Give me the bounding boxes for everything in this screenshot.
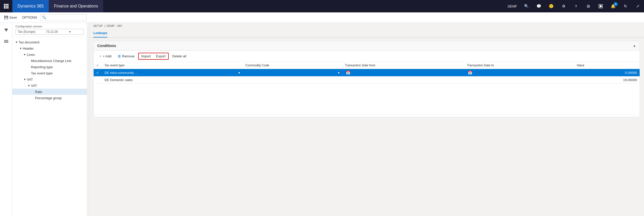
office-button[interactable] — [594, 0, 607, 12]
tree-item-vat-child[interactable]: ▼ VAT — [12, 82, 87, 89]
collapse-icon: ▲ — [633, 44, 636, 48]
help-button[interactable]: ? — [570, 0, 582, 12]
d365-label[interactable]: Dynamics 365 — [12, 0, 49, 12]
config-version-label: Configuration version — [15, 25, 84, 28]
row2-date-from-cell[interactable] — [342, 76, 464, 84]
row1-checkmark: ✓ — [96, 71, 99, 75]
row2-tax-event-value: DE Domestic sales — [104, 78, 133, 82]
save-icon: 💾 — [4, 16, 8, 19]
tree-item-tax-document[interactable]: ▼ Tax document — [12, 39, 87, 45]
conditions-table-wrapper: ✓ Tax event type Commodity Code Transact… — [94, 62, 640, 117]
chat-button[interactable]: 💬 — [533, 0, 545, 12]
conditions-toolbar: + + Add 🗑 Remove Import Export Delete — [94, 51, 640, 62]
fullscreen-button[interactable]: ⤢ — [632, 0, 644, 12]
label-lines: Lines — [27, 53, 35, 57]
row2-date-to-cell[interactable] — [464, 76, 574, 84]
toolbar-search[interactable]: 🔍 — [40, 14, 87, 21]
tree-item-reporting-type[interactable]: Reporting type — [12, 64, 87, 70]
row1-date-to[interactable]: 📅 — [467, 71, 571, 75]
row2-value-cell[interactable]: 19.00000 — [574, 76, 640, 84]
row1-tax-event-type-cell[interactable]: DE intra-community ... ▾ — [102, 69, 243, 76]
table-row[interactable]: DE Domestic sales — [94, 76, 640, 84]
drag-handle[interactable]: ··· — [87, 23, 89, 216]
export-button[interactable]: Export — [153, 53, 168, 59]
table-row[interactable]: ✓ DE intra-community ... ▾ — [94, 69, 640, 76]
col-tax-event-type: Tax event type — [102, 62, 243, 69]
config-name: Tax (Europe) — [18, 30, 36, 34]
svg-rect-13 — [4, 42, 8, 43]
waffle-button[interactable] — [0, 0, 12, 12]
row1-commodity-select[interactable]: ▾ — [245, 71, 340, 75]
col-commodity-code: Commodity Code — [243, 62, 342, 69]
tree-item-lines[interactable]: ▼ Lines — [12, 51, 87, 58]
config-version-section: Configuration version Tax (Europe) 73.13… — [12, 23, 87, 37]
tree-item-header[interactable]: ▼ Header — [12, 45, 87, 51]
svg-rect-12 — [4, 41, 8, 42]
row1-value-cell[interactable]: 0.00000 — [574, 69, 640, 76]
row1-date-to-cell[interactable]: 📅 — [464, 69, 574, 76]
svg-rect-6 — [4, 7, 5, 9]
label-header: Header — [23, 47, 34, 50]
row2-tax-event-type-cell[interactable]: DE Domestic sales — [102, 76, 243, 84]
svg-rect-2 — [7, 4, 9, 5]
import-export-group: Import Export — [138, 53, 169, 60]
row1-calendar-from-icon[interactable]: 📅 — [346, 71, 350, 75]
menu-icon-button[interactable] — [1, 36, 11, 47]
remove-button[interactable]: 🗑 Remove — [115, 53, 137, 59]
tree-item-percentage-group[interactable]: Percentage group — [12, 95, 87, 101]
tree-item-rate[interactable]: Rate — [12, 89, 87, 95]
label-vat-child: VAT — [31, 84, 37, 88]
settings-button[interactable]: ⚙ — [557, 0, 570, 12]
svg-rect-11 — [4, 40, 8, 41]
row2-commodity-code-cell[interactable] — [243, 76, 342, 84]
notification-button[interactable]: 🔔 0 — [607, 0, 619, 12]
filter-icon-button[interactable] — [1, 25, 11, 35]
row1-date-from[interactable]: 📅 — [345, 71, 462, 75]
tree-item-vat-parent[interactable]: ▼ VAT — [12, 76, 87, 82]
svg-rect-0 — [4, 4, 5, 5]
delete-all-button[interactable]: Delete all — [170, 53, 189, 59]
row1-tax-event-select[interactable]: DE intra-community ... ▾ — [104, 71, 240, 75]
label-tax-document: Tax document — [19, 40, 39, 44]
conditions-section-header[interactable]: Conditions ▲ — [94, 41, 640, 51]
app-label: Finance and Operations — [49, 0, 103, 12]
row1-commodity-code-cell[interactable]: ▾ — [243, 69, 342, 76]
options-button[interactable]: OPTIONS — [20, 14, 39, 20]
col-value: Value — [574, 62, 640, 69]
import-button[interactable]: Import — [139, 53, 153, 59]
conditions-table: ✓ Tax event type Commodity Code Transact… — [94, 62, 640, 115]
user-button[interactable]: 🙂 — [545, 0, 557, 12]
tab-lookups[interactable]: Lookups — [93, 29, 107, 37]
row1-commodity-dropdown[interactable]: ▾ — [338, 71, 340, 75]
svg-rect-1 — [6, 4, 7, 5]
toggle-misc — [27, 59, 31, 63]
toggle-rate — [31, 90, 35, 94]
row2-value: 19.00000 — [623, 78, 637, 82]
row1-date-from-cell[interactable]: 📅 — [342, 69, 464, 76]
toggle-tax-event — [27, 71, 31, 75]
svg-rect-8 — [7, 7, 9, 9]
tabs-bar: Lookups — [89, 29, 644, 38]
empty-row — [94, 84, 640, 115]
config-version-select[interactable]: Tax (Europe) 73.13.26 ▾ — [15, 29, 84, 35]
dropdown-icon: ▾ — [69, 30, 71, 34]
tree-item-tax-event-type[interactable]: Tax event type — [12, 70, 87, 76]
main-content: SETUP | DEMF : VAT Lookups Conditions ▲ … — [89, 23, 644, 216]
row1-calendar-to-icon[interactable]: 📅 — [468, 71, 472, 75]
add-button[interactable]: + + Add — [97, 53, 114, 59]
toggle-vat-child: ▼ — [27, 83, 31, 88]
search-nav-button[interactable]: 🔍 — [520, 0, 533, 12]
svg-rect-5 — [7, 6, 9, 7]
search-icon: 🔍 — [42, 16, 46, 19]
tree-item-misc-charge-line[interactable]: Miscellaneous Charge Line — [12, 58, 87, 64]
brand-area: Dynamics 365 Finance and Operations — [12, 0, 103, 12]
label-vat-parent: VAT — [27, 78, 33, 81]
label-rate: Rate — [35, 90, 42, 94]
refresh-button[interactable]: ↻ — [619, 0, 632, 12]
grid-view-button[interactable]: ⊞ — [582, 0, 594, 12]
company-label: DEMF — [504, 4, 520, 8]
row1-dropdown-icon[interactable]: ▾ — [238, 71, 240, 75]
conditions-title: Conditions — [97, 44, 116, 48]
save-button[interactable]: 💾 Save — [2, 14, 19, 20]
row1-value: 0.00000 — [625, 71, 637, 75]
